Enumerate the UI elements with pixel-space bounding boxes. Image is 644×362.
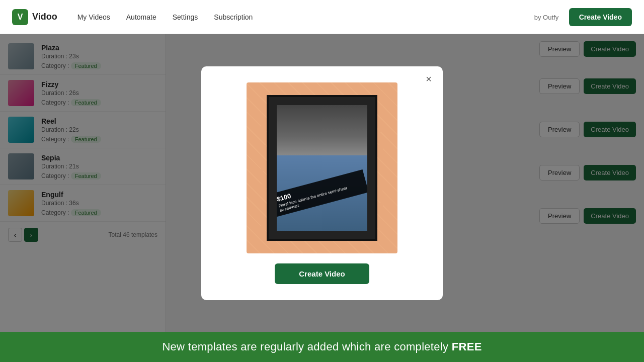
hole — [261, 203, 266, 210]
header: V Vidoo My Videos Automate Settings Subs… — [0, 0, 644, 34]
film-holes-right — [376, 97, 384, 239]
hole — [378, 125, 383, 132]
logo-letter: V — [18, 13, 23, 22]
nav-subscription[interactable]: Subscription — [214, 11, 253, 23]
main-nav: My Videos Automate Settings Subscription — [77, 11, 534, 23]
modal-overlay[interactable]: × — [0, 34, 644, 332]
nav-automate[interactable]: Automate — [126, 11, 156, 23]
modal-create-video-button[interactable]: Create Video — [275, 263, 369, 284]
film-strip: $100 Floral lace adorns the entire semi-… — [267, 95, 377, 241]
by-label: by Outfy — [534, 14, 558, 21]
hole — [261, 184, 266, 191]
film-preview: $100 Floral lace adorns the entire semi-… — [247, 82, 397, 253]
hole — [378, 145, 383, 152]
create-video-header-button[interactable]: Create Video — [569, 8, 632, 26]
hole — [261, 106, 266, 113]
film-holes-left — [260, 97, 268, 239]
bottom-bar: New templates are regularly added which … — [0, 332, 644, 362]
bottom-bar-text-highlight: FREE — [452, 340, 482, 353]
hole — [378, 203, 383, 210]
film-inner-image: $100 Floral lace adorns the entire semi-… — [277, 105, 367, 231]
nav-my-videos[interactable]: My Videos — [77, 11, 110, 23]
preview-modal: × — [201, 66, 443, 300]
logo-icon: V — [12, 9, 28, 25]
bottom-bar-text: New templates are regularly added which … — [162, 340, 481, 353]
main-content: Plaza Duration : 23s Category : Featured… — [0, 34, 644, 332]
app-name: Vidoo — [32, 12, 57, 22]
hole — [378, 223, 383, 230]
hole — [378, 106, 383, 113]
hole — [378, 184, 383, 191]
nav-settings[interactable]: Settings — [173, 11, 198, 23]
hole — [261, 125, 266, 132]
hole — [261, 145, 266, 152]
hole — [261, 164, 266, 171]
bottom-bar-text-main: New templates are regularly added which … — [162, 340, 451, 353]
logo-area: V Vidoo — [12, 9, 57, 25]
hole — [378, 164, 383, 171]
header-right: by Outfy Create Video — [534, 8, 632, 26]
hole — [261, 223, 266, 230]
modal-close-button[interactable]: × — [422, 72, 436, 86]
